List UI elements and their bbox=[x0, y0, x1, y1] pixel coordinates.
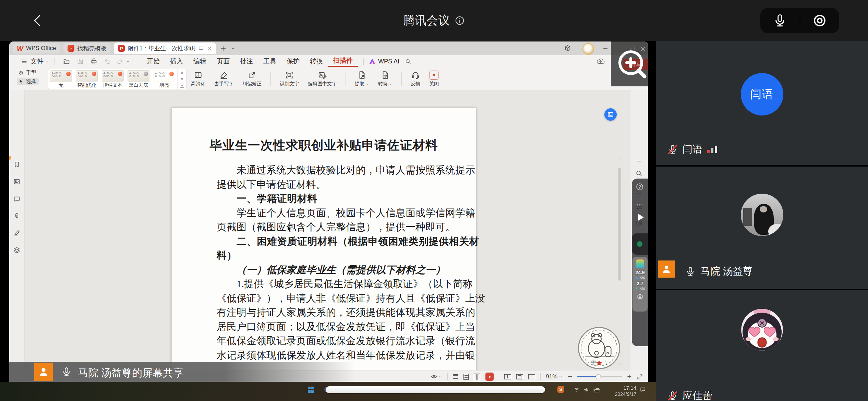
gallery-scroll-arrows[interactable]: ∧∨∨ bbox=[177, 69, 186, 89]
swipe-pill-overlay[interactable] bbox=[326, 386, 545, 393]
effect-label: 增强文本 bbox=[103, 82, 122, 88]
effect-enhance-text[interactable]: Aa Bb CcDd Ee Ff 增强文本 bbox=[100, 69, 125, 89]
menu-edit[interactable]: 编辑 bbox=[188, 57, 212, 66]
normal-view-icon[interactable] bbox=[463, 374, 469, 380]
menu-comment[interactable]: 批注 bbox=[235, 57, 258, 66]
screen-reading-icon[interactable] bbox=[198, 46, 204, 51]
cloud-upload-icon[interactable] bbox=[596, 57, 605, 66]
fullscreen-icon[interactable] bbox=[637, 374, 643, 380]
hand-tool-button[interactable]: 手型 bbox=[17, 70, 39, 76]
undo-icon[interactable] bbox=[104, 58, 111, 65]
extract-button[interactable]: 提取 bbox=[355, 71, 369, 87]
convert-button[interactable]: 转换 bbox=[378, 71, 393, 87]
info-icon[interactable] bbox=[455, 15, 465, 26]
effect-none[interactable]: Aa Bb CcDd Ee Ff 无 bbox=[48, 69, 74, 89]
notification-dot bbox=[9, 156, 11, 160]
menu-convert[interactable]: 转换 bbox=[305, 57, 328, 66]
hd-enhance-button[interactable]: 高清化 bbox=[191, 71, 205, 87]
zoom-slider[interactable] bbox=[577, 376, 622, 377]
tab-docer-templates[interactable]: 找稻壳模板 bbox=[63, 43, 110, 53]
bookmark-icon[interactable] bbox=[13, 161, 21, 168]
close-scan-button[interactable]: 关闭 bbox=[429, 71, 439, 87]
ocr-button[interactable]: 识别文字 bbox=[280, 71, 299, 87]
microphone-icon[interactable] bbox=[773, 13, 787, 28]
fit-width-icon[interactable] bbox=[528, 374, 535, 379]
zoom-in-button[interactable]: + bbox=[627, 372, 631, 381]
wps-tab-bar: W WPS Office 找稻壳模板 P 附件1：毕业生一次性求职创业 bbox=[9, 41, 648, 55]
zoom-slider-knob[interactable] bbox=[596, 374, 601, 379]
meeting-title-row: 腾讯会议 bbox=[0, 0, 868, 41]
hamburger-icon[interactable] bbox=[21, 58, 28, 65]
record-icon[interactable] bbox=[812, 13, 827, 28]
comment-icon[interactable] bbox=[13, 195, 21, 203]
tray-s-icon: S bbox=[557, 386, 564, 393]
expand-panel-arrow-icon[interactable] bbox=[635, 211, 646, 223]
zoom-level[interactable]: 91% bbox=[546, 373, 563, 380]
file-caret-icon[interactable] bbox=[45, 59, 50, 64]
avatar-tangyizun bbox=[741, 194, 783, 236]
slideshow-play-button[interactable] bbox=[485, 373, 494, 381]
attachment-icon[interactable] bbox=[13, 212, 21, 220]
participant-tile-yingjialei[interactable]: 应佳蕾 bbox=[656, 290, 868, 401]
participant-tile-yanyu[interactable]: 闫语 闫语 bbox=[656, 41, 868, 165]
search-icon[interactable] bbox=[405, 58, 411, 65]
more-dots-icon[interactable] bbox=[636, 201, 643, 209]
collapse-minus-icon[interactable] bbox=[635, 157, 643, 165]
tab-attachment-doc[interactable]: P 附件1：毕业生一次性求职创业 bbox=[114, 42, 216, 54]
new-tab-icon[interactable] bbox=[219, 45, 227, 52]
feedback-button[interactable]: 反馈 bbox=[411, 71, 420, 87]
menu-page[interactable]: 页面 bbox=[212, 57, 235, 66]
layers-icon[interactable] bbox=[13, 246, 21, 254]
remove-handwriting-button[interactable]: 去手写字 bbox=[214, 71, 233, 87]
zoom-out-button[interactable]: − bbox=[568, 372, 572, 381]
minimize-icon[interactable] bbox=[602, 45, 609, 52]
two-page-view-icon[interactable] bbox=[474, 374, 480, 380]
menu-tools[interactable]: 工具 bbox=[258, 57, 281, 66]
menu-file[interactable]: 文件 bbox=[28, 57, 45, 66]
menu-start[interactable]: 开始 bbox=[142, 57, 165, 66]
participant-tile-tangyizun[interactable]: 马院 汤益尊 bbox=[656, 167, 868, 289]
monitor-app-icon[interactable] bbox=[636, 259, 644, 268]
wps-ai-label[interactable]: WPS AI bbox=[378, 58, 399, 65]
help-icon[interactable] bbox=[636, 183, 644, 191]
effect-brighten[interactable]: Aa Bb CcDd Ee Ff 增亮 bbox=[152, 69, 177, 89]
magnifier-plus-icon[interactable] bbox=[614, 47, 648, 83]
page-break-view-icon[interactable] bbox=[453, 374, 458, 379]
effect-label: 增亮 bbox=[159, 82, 169, 88]
view-eye-button[interactable] bbox=[431, 373, 442, 380]
redo-icon[interactable] bbox=[117, 58, 123, 65]
status-divider bbox=[499, 373, 499, 380]
back-icon[interactable] bbox=[30, 13, 45, 28]
close-tab-icon[interactable] bbox=[207, 46, 212, 51]
scroll-up-icon[interactable] bbox=[617, 157, 622, 161]
open-folder-icon[interactable] bbox=[63, 58, 70, 65]
undo-caret-icon[interactable] bbox=[125, 59, 130, 64]
tab-wps-office[interactable]: W WPS Office bbox=[13, 43, 60, 53]
status-tab[interactable] bbox=[632, 233, 648, 255]
apps-cube-icon[interactable] bbox=[564, 45, 571, 52]
tab-list-caret-icon[interactable] bbox=[230, 46, 236, 51]
image-to-doc-float-button[interactable] bbox=[604, 108, 617, 121]
edit-image-text-button[interactable]: 编辑图中文字 bbox=[308, 71, 337, 87]
fit-screen-icon[interactable] bbox=[516, 374, 523, 379]
menu-protect[interactable]: 保护 bbox=[281, 57, 305, 66]
save-icon[interactable] bbox=[77, 58, 84, 65]
menu-scan[interactable]: 扫描件 bbox=[328, 56, 358, 67]
image-icon[interactable] bbox=[13, 178, 21, 185]
select-tool-button[interactable]: 选择 bbox=[17, 78, 39, 85]
user-avatar[interactable] bbox=[582, 43, 594, 55]
print-icon[interactable] bbox=[91, 58, 97, 65]
participant-name-row: 马院 汤益尊 bbox=[685, 265, 753, 278]
deskew-button[interactable]: 纠偏矫正 bbox=[242, 71, 262, 87]
menu-insert[interactable]: 插入 bbox=[165, 57, 188, 66]
effect-bw-clean[interactable]: Aa Bb CcDd Ee Ff 黑白去底 bbox=[125, 69, 151, 89]
document-page[interactable]: 毕业生一次性求职创业补贴申请佐证材料 未通过系统大数据校验比对的，申请人需按照系… bbox=[171, 108, 476, 371]
document-scrollbar[interactable] bbox=[617, 157, 622, 366]
signature-pen-icon[interactable] bbox=[13, 229, 21, 237]
screenshot-camera-icon[interactable] bbox=[637, 293, 643, 300]
effect-smart-optimize[interactable]: Aa Bb CcDd Ee Ff 智能优化 bbox=[74, 69, 99, 89]
scroll-down-icon[interactable] bbox=[617, 362, 622, 366]
fit-page-icon[interactable] bbox=[504, 374, 511, 379]
scrollbar-thumb[interactable] bbox=[618, 168, 621, 281]
find-icon[interactable] bbox=[635, 170, 643, 177]
